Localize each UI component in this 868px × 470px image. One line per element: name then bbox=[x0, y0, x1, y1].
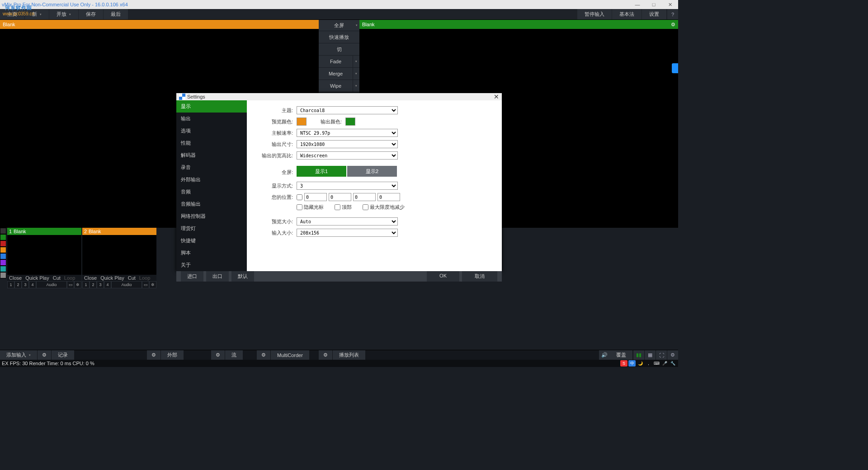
input-thumb-2[interactable] bbox=[82, 235, 156, 275]
audio-meter-icon[interactable]: ▮▮ bbox=[633, 350, 644, 360]
add-input-button[interactable]: 添加输入 bbox=[0, 350, 37, 360]
sidebar-item-tally[interactable]: 理货灯 bbox=[176, 222, 247, 235]
input-cut[interactable]: Cut bbox=[126, 275, 137, 281]
merge-button[interactable]: Merge bbox=[319, 68, 353, 80]
sidebar-item-options[interactable]: 选项 bbox=[176, 125, 247, 137]
sidebar-item-external[interactable]: 外部输出 bbox=[176, 174, 247, 186]
multiview-icon[interactable]: ▦ bbox=[645, 350, 656, 360]
sidebar-item-shortcut[interactable]: 快捷键 bbox=[176, 235, 247, 247]
sidebar-item-audioout[interactable]: 音频输出 bbox=[176, 198, 247, 210]
overlay-1[interactable]: 1 bbox=[7, 281, 14, 288]
overlay-1[interactable]: 1 bbox=[82, 281, 90, 288]
ok-button[interactable]: OK bbox=[427, 271, 459, 282]
wipe-button[interactable]: Wipe bbox=[319, 80, 353, 92]
save-button[interactable]: 保存 bbox=[79, 9, 103, 19]
ime-comma-icon[interactable]: ， bbox=[645, 360, 652, 367]
input-audio[interactable]: Audio bbox=[36, 281, 67, 288]
input-cut[interactable]: Cut bbox=[51, 275, 62, 281]
playlist-button[interactable]: 播放列表 bbox=[333, 350, 365, 360]
pos-w[interactable] bbox=[353, 193, 376, 201]
input-monitor-icon[interactable]: ▭ bbox=[67, 281, 74, 288]
overlay-3[interactable]: 3 bbox=[22, 281, 29, 288]
input-monitor-icon[interactable]: ▭ bbox=[142, 281, 149, 288]
multicorder-button[interactable]: MultiCorder bbox=[271, 350, 309, 360]
stream-button[interactable]: 流 bbox=[225, 350, 243, 360]
display1-tab[interactable]: 显示1 bbox=[297, 166, 346, 177]
display2-tab[interactable]: 显示2 bbox=[347, 166, 397, 177]
input-audio[interactable]: Audio bbox=[111, 281, 142, 288]
bottom-gear-icon[interactable]: ⚙ bbox=[667, 350, 678, 360]
stream-gear[interactable]: ⚙ bbox=[257, 350, 270, 360]
sidebar-item-audio[interactable]: 音频 bbox=[176, 186, 247, 198]
dialog-close-icon[interactable]: ✕ bbox=[494, 93, 499, 100]
input-loop[interactable]: Loop bbox=[62, 275, 77, 281]
theme-select[interactable]: Charcoal8 bbox=[297, 106, 398, 114]
external-button[interactable]: 外部 bbox=[161, 350, 184, 360]
sidebar-item-display[interactable]: 显示 bbox=[176, 100, 247, 113]
cut-button[interactable]: 切 bbox=[319, 43, 359, 55]
window-close[interactable]: ✕ bbox=[662, 0, 678, 9]
ime-mic-icon[interactable]: 🎤 bbox=[661, 360, 668, 367]
record-gear[interactable]: ⚙ bbox=[147, 350, 160, 360]
fullscreen-icon[interactable]: ⛶ bbox=[656, 350, 667, 360]
top-checkbox[interactable]: 顶部 bbox=[335, 204, 352, 211]
pause-input-button[interactable]: 暂停输入 bbox=[577, 9, 612, 19]
overlay-3[interactable]: 3 bbox=[97, 281, 104, 288]
hidecursor-checkbox[interactable]: 隐藏光标 bbox=[297, 204, 324, 211]
last-button[interactable]: 最后 bbox=[104, 9, 128, 19]
minimize-checkbox[interactable]: 最大限度地减少 bbox=[363, 204, 405, 211]
wipe-dropdown[interactable]: ▾ bbox=[353, 80, 359, 92]
help-button[interactable]: ? bbox=[667, 9, 678, 19]
ime-cn-icon[interactable]: 中 bbox=[628, 360, 636, 367]
new-button[interactable]: 新 bbox=[25, 9, 49, 19]
position-enable-checkbox[interactable] bbox=[297, 194, 302, 200]
import-button[interactable]: 进口 bbox=[181, 271, 203, 282]
sidebar-item-perf[interactable]: 性能 bbox=[176, 137, 247, 149]
pos-x[interactable] bbox=[304, 193, 327, 201]
basic-button[interactable]: 基本法 bbox=[612, 9, 642, 19]
overlay-4[interactable]: 4 bbox=[104, 281, 111, 288]
cancel-button[interactable]: 取消 bbox=[462, 271, 497, 282]
speaker-icon[interactable]: 🔊 bbox=[599, 350, 610, 360]
input-quickplay[interactable]: Quick Play bbox=[99, 275, 126, 281]
framerate-select[interactable]: NTSC 29.97p bbox=[297, 129, 398, 137]
sidebar-item-webctrl[interactable]: 网络控制器 bbox=[176, 210, 247, 222]
overlay-4[interactable]: 4 bbox=[29, 281, 36, 288]
overlay-2[interactable]: 2 bbox=[90, 281, 97, 288]
export-button[interactable]: 出口 bbox=[206, 271, 229, 282]
fullscreen-button[interactable]: 全屏▾ bbox=[319, 20, 359, 31]
sidebar-item-decoder[interactable]: 解码器 bbox=[176, 149, 247, 161]
displaymode-select[interactable]: 3 bbox=[297, 182, 398, 190]
fade-button[interactable]: Fade bbox=[319, 56, 353, 67]
record-button[interactable]: 记录 bbox=[52, 350, 74, 360]
fade-dropdown[interactable]: ▾ bbox=[353, 56, 359, 67]
sidebar-item-output[interactable]: 输出 bbox=[176, 113, 247, 125]
sidebar-item-about[interactable]: 关于 bbox=[176, 259, 247, 271]
window-minimize[interactable]: — bbox=[629, 0, 646, 9]
outputsize-select[interactable]: 1920x1080 bbox=[297, 140, 398, 148]
pos-y[interactable] bbox=[329, 193, 351, 201]
overlay-2[interactable]: 2 bbox=[14, 281, 22, 288]
ime-wrench-icon[interactable]: 🔧 bbox=[669, 360, 676, 367]
input-loop[interactable]: Loop bbox=[137, 275, 152, 281]
quickplay-button[interactable]: 快速播放 bbox=[319, 31, 359, 43]
sidebar-item-record[interactable]: 录音 bbox=[176, 161, 247, 174]
previewsize-select[interactable]: Auto bbox=[297, 217, 398, 226]
input-thumb-1[interactable] bbox=[7, 235, 81, 275]
inputsize-select[interactable]: 208x156 bbox=[297, 229, 398, 237]
default-button[interactable]: 默认 bbox=[231, 271, 254, 282]
home-button[interactable]: 主页 bbox=[0, 9, 24, 19]
merge-dropdown[interactable]: ▾ bbox=[353, 68, 359, 80]
add-input-gear[interactable]: ⚙ bbox=[38, 350, 51, 360]
input-close[interactable]: Close bbox=[82, 275, 99, 281]
input-close[interactable]: Close bbox=[7, 275, 24, 281]
previewcolor-swatch[interactable] bbox=[297, 118, 307, 126]
color-category-tabs[interactable] bbox=[0, 228, 6, 288]
ime-keyboard-icon[interactable]: ⌨ bbox=[653, 360, 660, 367]
external-gear[interactable]: ⚙ bbox=[211, 350, 225, 360]
input-gear-icon[interactable]: ✲ bbox=[149, 281, 156, 288]
sidebar-item-script[interactable]: 脚本 bbox=[176, 247, 247, 259]
aspect-select[interactable]: Widescreen bbox=[297, 151, 398, 160]
right-edge-tab[interactable] bbox=[672, 63, 678, 73]
settings-button[interactable]: 设置 bbox=[642, 9, 666, 19]
